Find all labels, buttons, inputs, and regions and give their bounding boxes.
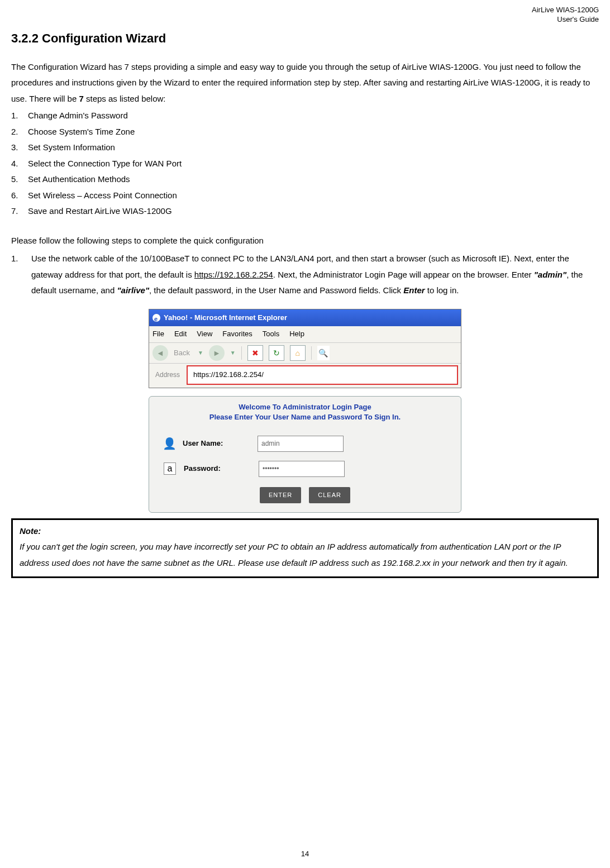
step-item: 4.Select the Connection Type for WAN Por… (11, 156, 599, 172)
step-num: 5. (11, 171, 28, 188)
step-item: 2.Choose System's Time Zone (11, 124, 599, 140)
home-button[interactable]: ⌂ (290, 345, 306, 361)
login-panel: Welcome To Administrator Login Page Plea… (149, 396, 461, 513)
instruction-num: 1. (11, 251, 31, 299)
step-list: 1.Change Admin's Password 2.Choose Syste… (11, 108, 599, 220)
password-label: Password: (184, 462, 251, 476)
login-heading-line2: Please Enter Your User Name and Password… (157, 412, 453, 422)
back-button[interactable]: ◄ (152, 345, 168, 361)
step-text: Set Wireless – Access Point Connection (28, 188, 177, 204)
seg-e: to log in. (425, 285, 459, 295)
enter-button[interactable]: ENTER (260, 487, 301, 503)
menu-help[interactable]: Help (289, 327, 304, 341)
section-title: 3.2.2 Configuration Wizard (11, 27, 599, 50)
step-item: 7.Save and Restart AirLive WIAS-1200G (11, 203, 599, 220)
intro-text-post: steps as listed below: (84, 94, 166, 103)
seg-d: , the default password, in the User Name… (149, 285, 403, 295)
menu-favorites[interactable]: Favorites (222, 327, 252, 341)
login-heading: Welcome To Administrator Login Page Plea… (157, 402, 453, 422)
enter-action: Enter (403, 285, 425, 295)
browser-titlebar: Yahoo! - Microsoft Internet Explorer (149, 309, 461, 327)
doc-header-line2: User's Guide (11, 15, 599, 25)
step-num: 7. (11, 203, 28, 220)
password-icon: a (164, 462, 176, 475)
login-buttons: ENTER CLEAR (157, 487, 453, 503)
toolbar-separator (311, 346, 312, 360)
ie-icon (152, 314, 160, 322)
step-text: Select the Connection Type for WAN Port (28, 156, 182, 172)
step-text: Change Admin's Password (28, 108, 128, 124)
step-text: Set Authentication Methods (28, 171, 130, 188)
step-text: Set System Information (28, 140, 115, 156)
back-label: Back (174, 346, 190, 360)
step-item: 6.Set Wireless – Access Point Connection (11, 188, 599, 204)
intro-paragraph: The Configuration Wizard has 7 steps pro… (11, 59, 599, 107)
intro-seven: 7 (79, 94, 83, 103)
page-number: 14 (0, 847, 610, 861)
browser-window: Yahoo! - Microsoft Internet Explorer Fil… (149, 309, 461, 388)
browser-title: Yahoo! - Microsoft Internet Explorer (164, 311, 287, 325)
browser-toolbar: ◄ Back ▼ ► ▼ ✖ ↻ ⌂ 🔍 (149, 343, 461, 364)
follow-line: Please follow the following steps to com… (11, 233, 599, 249)
default-url: https://192.168.2.254 (194, 270, 273, 279)
browser-menubar: File Edit View Favorites Tools Help (149, 326, 461, 343)
user-icon: 👤 (164, 438, 175, 449)
address-field[interactable]: https://192.168.2.254/ (187, 365, 458, 385)
address-bar: Address https://192.168.2.254/ (149, 364, 461, 388)
step-item: 5.Set Authentication Methods (11, 171, 599, 188)
address-label: Address (152, 369, 183, 381)
clear-button[interactable]: CLEAR (309, 487, 350, 503)
menu-view[interactable]: View (197, 327, 212, 341)
instruction-text: Use the network cable of the 10/100BaseT… (31, 251, 599, 299)
menu-edit[interactable]: Edit (174, 327, 187, 341)
forward-button[interactable]: ► (209, 345, 225, 361)
cred-admin: "admin" (534, 270, 566, 279)
toolbar-separator (241, 346, 242, 360)
menu-file[interactable]: File (152, 327, 164, 341)
step-num: 6. (11, 188, 28, 204)
back-dropdown-icon[interactable]: ▼ (198, 347, 203, 358)
username-label: User Name: (183, 437, 250, 451)
instruction-step-1: 1. Use the network cable of the 10/100Ba… (11, 251, 599, 299)
fwd-dropdown-icon[interactable]: ▼ (230, 347, 236, 358)
username-input[interactable]: admin (258, 436, 344, 452)
seg-b: . Next, the Administrator Login Page wil… (273, 270, 534, 279)
step-item: 3.Set System Information (11, 140, 599, 156)
step-num: 2. (11, 124, 28, 140)
step-num: 1. (11, 108, 28, 124)
stop-button[interactable]: ✖ (247, 345, 263, 361)
username-row: 👤 User Name: admin (157, 431, 453, 456)
refresh-button[interactable]: ↻ (269, 345, 284, 361)
step-text: Save and Restart AirLive WIAS-1200G (28, 203, 172, 220)
menu-tools[interactable]: Tools (263, 327, 279, 341)
note-title: Note: (20, 523, 590, 540)
step-item: 1.Change Admin's Password (11, 108, 599, 124)
login-heading-line1: Welcome To Administrator Login Page (157, 402, 453, 412)
screenshots-figure: Yahoo! - Microsoft Internet Explorer Fil… (149, 309, 461, 513)
doc-header-line1: AirLive WIAS-1200G (11, 6, 599, 15)
password-row: a Password: ••••••• (157, 456, 453, 481)
cred-airlive: "airlive" (117, 285, 149, 295)
doc-header: AirLive WIAS-1200G User's Guide (11, 6, 599, 25)
note-box: Note: If you can't get the login screen,… (11, 518, 599, 579)
search-icon[interactable]: 🔍 (317, 346, 330, 360)
password-input[interactable]: ••••••• (259, 461, 345, 477)
note-body: If you can't get the login screen, you m… (20, 539, 590, 571)
step-text: Choose System's Time Zone (28, 124, 135, 140)
step-num: 3. (11, 140, 28, 156)
step-num: 4. (11, 156, 28, 172)
